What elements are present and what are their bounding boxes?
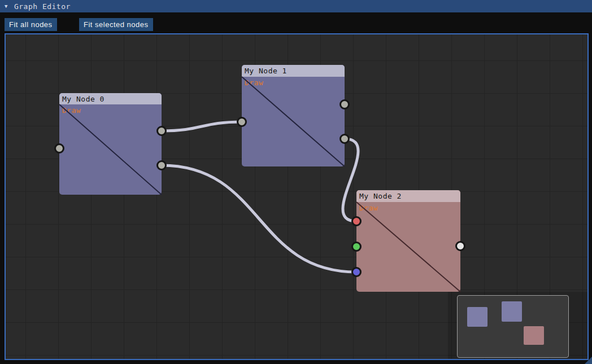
node-title[interactable]: My Node 2 (356, 190, 460, 202)
node-draw-label: Draw (356, 202, 460, 212)
resize-grip-icon[interactable] (585, 357, 592, 364)
collapse-arrow-icon[interactable]: ▼ (5, 0, 8, 12)
node-draw-label: Draw (59, 104, 162, 115)
window-title: Graph Editor (14, 2, 71, 11)
node-0[interactable]: My Node 0Draw (59, 93, 162, 195)
node-1[interactable]: My Node 1Draw (242, 65, 345, 166)
minimap-node-0 (467, 307, 487, 327)
fit-selected-nodes-button[interactable]: Fit selected nodes (79, 18, 153, 31)
node-draw-label: Draw (242, 77, 345, 87)
fit-all-nodes-button[interactable]: Fit all nodes (5, 18, 57, 31)
minimap-node-2 (524, 326, 544, 345)
minimap-node-1 (502, 301, 522, 322)
node-title[interactable]: My Node 1 (242, 65, 345, 77)
node-2[interactable]: My Node 2Draw (356, 190, 460, 292)
node-title[interactable]: My Node 0 (59, 93, 162, 104)
window-titlebar[interactable]: ▼ Graph Editor (0, 0, 592, 12)
minimap[interactable] (457, 295, 569, 358)
